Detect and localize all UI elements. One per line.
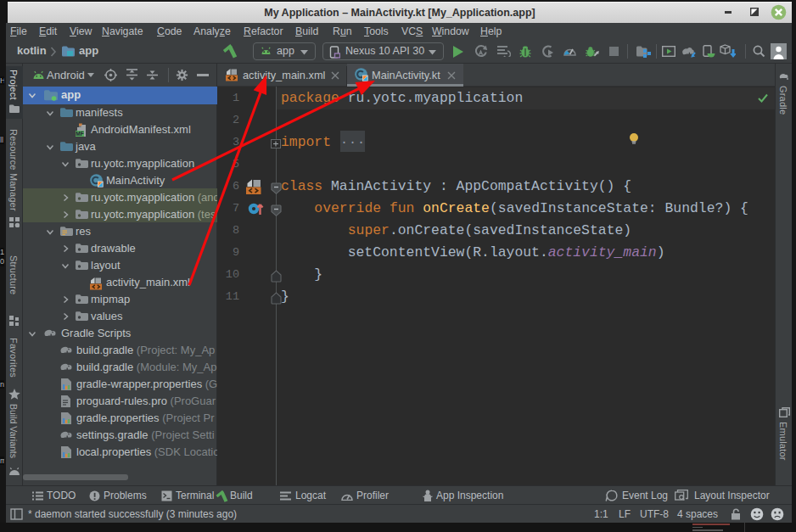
svg-text:MF: MF [76,131,83,137]
